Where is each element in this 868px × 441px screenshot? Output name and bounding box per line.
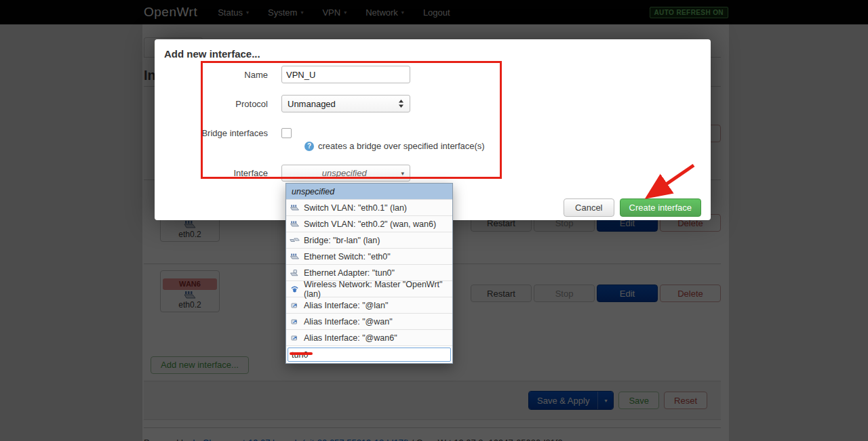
ethernet-adapter-icon (290, 269, 300, 277)
switch-vlan-icon (290, 204, 300, 212)
openwrt-luci-page: OpenWrt Status ▾ System ▾ VPN ▾ Network … (0, 0, 868, 441)
interface-dropdown[interactable]: unspecified ▾ (281, 165, 410, 182)
name-input[interactable] (281, 66, 410, 83)
bridge-field-label: Bridge interfaces (164, 128, 281, 138)
create-interface-button[interactable]: Create interface (620, 198, 702, 217)
dropdown-option[interactable]: Alias Interface: "@lan" (286, 297, 452, 313)
dropdown-option[interactable]: Switch VLAN: "eth0.2" (wan, wan6) (286, 215, 452, 232)
protocol-field-label: Protocol (164, 99, 281, 109)
dropdown-option-unspecified[interactable]: unspecified (286, 184, 452, 199)
alias-interface-icon (290, 301, 300, 310)
interface-field-label: Interface (164, 168, 281, 178)
dropdown-option[interactable]: Alias Interface: "@wan6" (286, 329, 452, 345)
name-field-label: Name (164, 70, 281, 80)
interface-dropdown-list: unspecified Switch VLAN: "eth0.1" (lan) … (285, 183, 453, 364)
wireless-network-icon (290, 285, 300, 293)
interface-selected-value: unspecified (288, 168, 401, 178)
dropdown-option[interactable]: Bridge: "br-lan" (lan) (286, 232, 452, 248)
chevron-down-icon: ▾ (401, 170, 404, 177)
alias-interface-icon (290, 334, 300, 342)
switch-vlan-icon (290, 220, 300, 228)
custom-interface-input[interactable] (288, 348, 451, 362)
bridge-icon (290, 236, 300, 245)
dropdown-option[interactable]: Alias Interface: "@wan" (286, 313, 452, 329)
bridge-interfaces-checkbox[interactable] (281, 128, 292, 138)
dropdown-option[interactable]: Wireless Network: Master "OpenWrt" (lan) (286, 280, 452, 297)
select-updown-icon (398, 99, 404, 108)
dropdown-option[interactable]: Switch VLAN: "eth0.1" (lan) (286, 199, 452, 215)
alias-interface-icon (290, 318, 300, 326)
bridge-help-text: creates a bridge over specified interfac… (318, 141, 485, 151)
modal-title: Add new interface... (164, 48, 701, 60)
protocol-selected-value: Unmanaged (288, 99, 398, 109)
dropdown-option[interactable]: Ethernet Switch: "eth0" (286, 248, 452, 264)
ethernet-switch-icon (290, 253, 300, 261)
help-icon: ? (304, 142, 314, 151)
cancel-button[interactable]: Cancel (564, 198, 614, 217)
dropdown-option[interactable]: Ethernet Adapter: "tun0" (286, 264, 452, 280)
protocol-select[interactable]: Unmanaged (281, 95, 410, 112)
